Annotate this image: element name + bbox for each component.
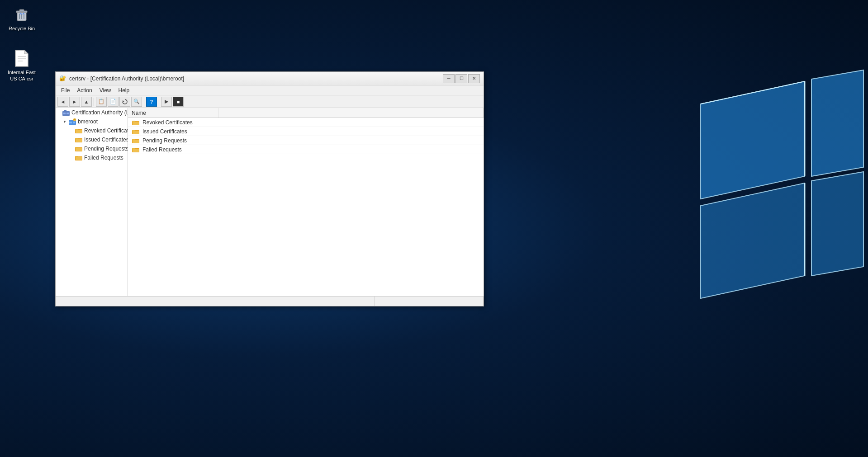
window-title: certsrv - [Certification Authority (Loca… <box>69 75 443 82</box>
toolbar: ◄ ► ▲ 📋 📄 🔍 ? ▶ ■ <box>56 95 484 108</box>
root-icon <box>62 109 70 116</box>
svg-point-26 <box>73 118 76 121</box>
svg-rect-9 <box>19 9 24 11</box>
tree-panel: Certification Authority (Local) ▼ <box>56 108 128 296</box>
recycle-bin-image <box>13 5 31 24</box>
bmeroot-expand-arrow: ▼ <box>63 120 68 124</box>
svg-rect-35 <box>76 148 82 151</box>
svg-rect-29 <box>76 130 82 133</box>
menu-view[interactable]: View <box>96 85 115 95</box>
play-button[interactable]: ▶ <box>161 97 172 107</box>
svg-marker-1 <box>811 70 863 176</box>
bmeroot-label: bmeroot <box>78 118 98 125</box>
svg-rect-50 <box>133 149 139 152</box>
minimize-button[interactable]: ─ <box>443 74 455 83</box>
search-button[interactable]: 🔍 <box>131 97 142 107</box>
issued-list-label: Issued Certificates <box>142 128 187 135</box>
issued-certs-label: Issued Certificates <box>84 137 128 143</box>
failed-folder-icon <box>75 154 83 161</box>
pending-requests-label: Pending Requests <box>84 146 128 152</box>
revoked-folder-icon <box>75 127 83 134</box>
list-item-pending[interactable]: Pending Requests <box>128 136 484 145</box>
list-item-issued[interactable]: Issued Certificates <box>128 127 484 136</box>
svg-marker-18 <box>123 100 124 102</box>
svg-marker-0 <box>701 81 805 199</box>
bmeroot-icon <box>68 118 76 125</box>
list-item-revoked[interactable]: Revoked Certificates <box>128 118 484 127</box>
status-segment-3 <box>429 297 484 306</box>
tree-issued-certs[interactable]: Issued Certificates <box>56 135 128 144</box>
svg-rect-22 <box>66 113 69 114</box>
svg-rect-21 <box>63 113 66 114</box>
toolbar-sep-2 <box>144 98 144 106</box>
failed-requests-label: Failed Requests <box>84 155 123 161</box>
toolbar-sep-3 <box>159 98 159 106</box>
issued-list-folder-icon <box>132 128 140 135</box>
close-button[interactable]: ✕ <box>468 74 480 83</box>
failed-list-folder-icon <box>132 146 140 153</box>
svg-rect-24 <box>69 122 72 123</box>
window-controls: ─ ☐ ✕ <box>443 74 480 83</box>
failed-list-label: Failed Requests <box>142 146 182 153</box>
list-header: Name <box>128 108 484 118</box>
title-bar: 🔐 certsrv - [Certification Authority (Lo… <box>56 72 484 85</box>
copy-button[interactable]: 📋 <box>96 97 107 107</box>
mmc-window: 🔐 certsrv - [Certification Authority (Lo… <box>55 71 484 306</box>
pending-list-folder-icon <box>132 137 140 144</box>
forward-button[interactable]: ► <box>69 97 80 107</box>
back-button[interactable]: ◄ <box>57 97 68 107</box>
list-panel: Name Revoked Certificates <box>128 108 484 296</box>
tree-root[interactable]: Certification Authority (Local) <box>56 108 128 117</box>
desktop: Recycle Bin Internal East US CA.csr 🔐 ce… <box>0 0 868 457</box>
svg-rect-47 <box>133 140 139 143</box>
svg-rect-38 <box>76 157 82 160</box>
menu-help[interactable]: Help <box>115 85 133 95</box>
content-area: Certification Authority (Local) ▼ <box>56 108 484 296</box>
pending-folder-icon <box>75 145 83 152</box>
root-label: Certification Authority (Local) <box>71 109 128 116</box>
list-item-failed[interactable]: Failed Requests <box>128 145 484 154</box>
svg-rect-41 <box>133 122 139 125</box>
revoked-list-label: Revoked Certificates <box>142 119 193 126</box>
help-button[interactable]: ? <box>146 97 157 107</box>
name-column-header[interactable]: Name <box>128 108 218 118</box>
window-icon: 🔐 <box>59 75 66 82</box>
issued-folder-icon <box>75 136 83 143</box>
toolbar-sep-1 <box>94 98 94 106</box>
empty-column-header <box>218 108 484 118</box>
menu-bar: File Action View Help <box>56 85 484 95</box>
windows-logo-decoration <box>664 36 868 307</box>
pending-list-label: Pending Requests <box>142 137 187 144</box>
file-icon[interactable]: Internal East US CA.csr <box>4 47 40 84</box>
restore-button[interactable]: ☐ <box>455 74 467 83</box>
tree-failed-requests[interactable]: Failed Requests <box>56 153 128 162</box>
revoked-list-folder-icon <box>132 119 140 126</box>
recycle-bin-label: Recycle Bin <box>9 25 35 32</box>
revoked-certs-label: Revoked Certificates <box>84 127 128 134</box>
menu-file[interactable]: File <box>57 85 73 95</box>
up-button[interactable]: ▲ <box>81 97 92 107</box>
tree-pending-requests[interactable]: Pending Requests <box>56 144 128 153</box>
svg-rect-32 <box>76 139 82 142</box>
menu-action[interactable]: Action <box>73 85 95 95</box>
status-segment-2 <box>375 297 429 306</box>
tree-revoked-certs[interactable]: Revoked Certificates <box>56 126 128 135</box>
stop-button[interactable]: ■ <box>173 97 184 107</box>
svg-marker-3 <box>811 172 863 276</box>
svg-marker-2 <box>701 183 805 298</box>
svg-rect-25 <box>73 122 75 123</box>
status-segment-1 <box>56 297 375 306</box>
tree-bmeroot[interactable]: ▼ bmeroot <box>56 117 128 126</box>
status-bar <box>56 296 484 306</box>
file-label: Internal East US CA.csr <box>8 69 36 82</box>
svg-marker-14 <box>24 50 28 54</box>
paste-button[interactable]: 📄 <box>108 97 119 107</box>
file-image <box>13 49 31 67</box>
refresh-button[interactable] <box>119 97 130 107</box>
svg-rect-20 <box>64 110 66 112</box>
recycle-bin-icon[interactable]: Recycle Bin <box>4 4 40 33</box>
svg-rect-44 <box>133 131 139 134</box>
